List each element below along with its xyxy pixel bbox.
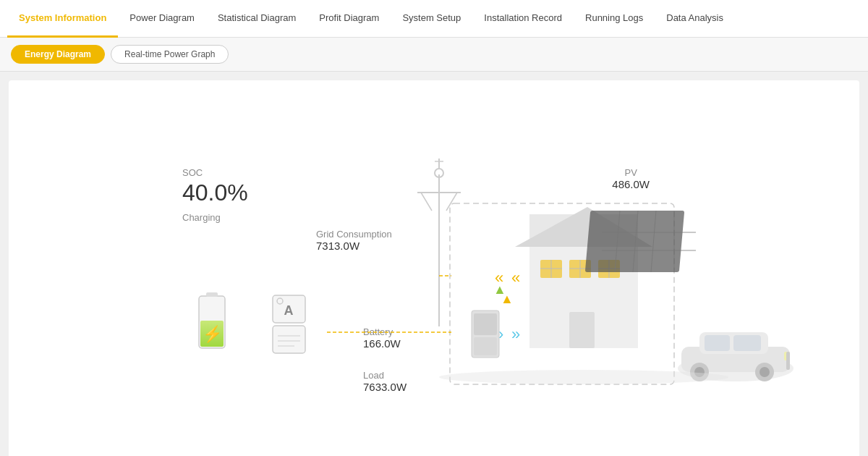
grid-consumption-value: 7313.0W <box>316 240 392 252</box>
tab-profit-diagram[interactable]: Profit Diagram <box>307 0 391 38</box>
battery-value: 166.0W <box>363 337 401 350</box>
load-value: 7633.0W <box>363 381 407 393</box>
svg-line-14 <box>421 193 432 211</box>
tab-system-information[interactable]: System Information <box>7 0 118 38</box>
svg-rect-60 <box>786 352 790 370</box>
svg-rect-51 <box>681 347 790 372</box>
tab-data-analysis[interactable]: Data Analysis <box>655 0 735 38</box>
grid-consumption-label: Grid Consumption <box>316 229 392 240</box>
soc-block: SOC 40.0% Charging <box>182 167 248 223</box>
svg-text:A: A <box>284 303 294 318</box>
pv-block: PV 486.0W <box>612 167 650 190</box>
charging-label: Charging <box>182 212 248 223</box>
tab-power-diagram[interactable]: Power Diagram <box>118 0 206 38</box>
scene-svg: « « » » ▲ ▲ <box>9 80 859 456</box>
pv-label-text: PV <box>612 167 650 178</box>
btn-energy-diagram[interactable]: Energy Diagram <box>11 45 105 64</box>
svg-rect-7 <box>273 326 305 353</box>
load-label-text: Load <box>363 370 407 381</box>
svg-text:«: « <box>495 269 503 287</box>
svg-rect-49 <box>474 337 497 355</box>
btn-realtime-power-graph[interactable]: Real-time Power Graph <box>111 45 229 64</box>
svg-rect-33 <box>598 260 620 278</box>
pv-value: 486.0W <box>612 178 650 190</box>
svg-point-58 <box>760 367 770 377</box>
svg-marker-27 <box>529 214 638 247</box>
svg-point-57 <box>755 363 774 381</box>
svg-point-55 <box>690 363 709 381</box>
svg-marker-28 <box>515 207 652 247</box>
svg-line-41 <box>615 211 620 272</box>
svg-rect-1 <box>206 292 218 297</box>
top-navigation: System Information Power Diagram Statist… <box>0 0 868 38</box>
svg-line-15 <box>446 193 457 211</box>
battery-icon: ⚡ <box>193 290 231 355</box>
svg-text:»: » <box>511 325 520 343</box>
svg-rect-52 <box>699 332 768 354</box>
grid-consumption-block: Grid Consumption 7313.0W <box>316 229 392 252</box>
svg-text:▲: ▲ <box>501 292 514 306</box>
soc-label: SOC <box>182 167 248 178</box>
svg-point-50 <box>678 355 793 381</box>
svg-point-16 <box>435 169 443 177</box>
svg-text:⚡: ⚡ <box>203 324 223 344</box>
load-block: Load 7633.0W <box>363 370 407 393</box>
svg-rect-11 <box>450 203 674 384</box>
battery-label-text: Battery <box>363 326 401 337</box>
tab-statistical-diagram[interactable]: Statistical Diagram <box>206 0 307 38</box>
svg-text:▲: ▲ <box>493 282 506 297</box>
svg-rect-30 <box>569 312 595 348</box>
svg-rect-47 <box>472 311 499 358</box>
inverter-icon: A <box>269 294 309 355</box>
svg-text:«: « <box>511 269 520 287</box>
svg-rect-31 <box>540 260 562 278</box>
tab-system-setup[interactable]: System Setup <box>391 0 472 38</box>
tab-running-logs[interactable]: Running Logs <box>574 0 655 38</box>
svg-line-43 <box>651 211 656 272</box>
svg-line-42 <box>633 211 638 272</box>
svg-rect-29 <box>529 247 638 348</box>
main-content-area: SOC 40.0% Charging ⚡ <box>9 80 859 456</box>
battery-block: Battery 166.0W <box>363 326 401 350</box>
svg-text:»: » <box>495 325 503 343</box>
svg-rect-40 <box>585 211 684 272</box>
svg-point-61 <box>439 370 728 384</box>
svg-rect-59 <box>784 352 790 360</box>
energy-diagram: SOC 40.0% Charging ⚡ <box>9 80 859 456</box>
tab-installation-record[interactable]: Installation Record <box>472 0 574 38</box>
svg-rect-54 <box>733 335 761 351</box>
svg-point-56 <box>694 367 705 377</box>
svg-rect-48 <box>474 313 497 335</box>
svg-rect-32 <box>569 260 591 278</box>
svg-rect-53 <box>705 335 730 351</box>
soc-value: 40.0% <box>182 180 248 206</box>
sub-navigation: Energy Diagram Real-time Power Graph <box>0 38 868 72</box>
